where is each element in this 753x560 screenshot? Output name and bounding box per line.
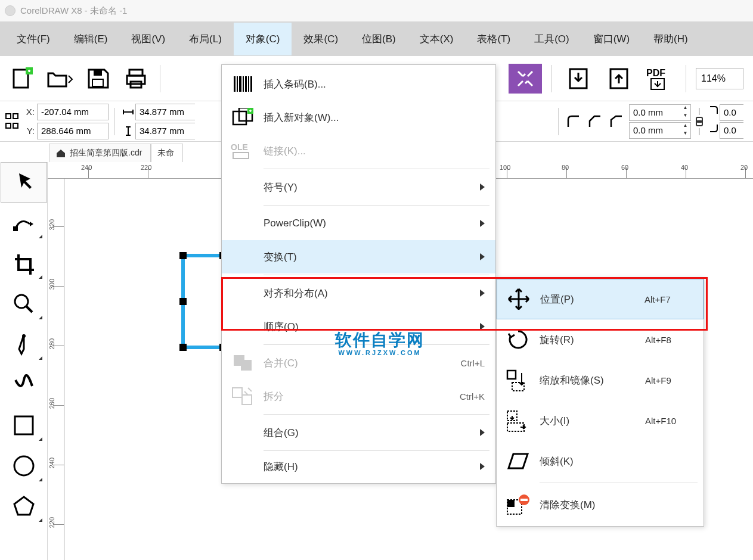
menu-break-apart: 拆分 Ctrl+K [222, 379, 495, 413]
document-tab-2[interactable]: 未命 [151, 144, 183, 162]
svg-rect-37 [242, 395, 252, 405]
menu-insert-object[interactable]: 插入新对象(W)... [222, 101, 495, 134]
y-position-input[interactable] [37, 123, 109, 139]
corner-br-icon [708, 122, 720, 134]
vertical-ruler: 320 300 280 260 240 220 200 [48, 179, 64, 560]
svg-point-19 [22, 334, 26, 338]
barcode-icon [222, 75, 264, 93]
import-button[interactable] [562, 64, 595, 94]
highlight-box-transform [221, 277, 708, 331]
freehand-tool[interactable] [1, 324, 47, 365]
svg-text:OLE: OLE [231, 142, 248, 152]
menu-group[interactable]: 组合(G) [222, 416, 495, 449]
clear-transform-icon [497, 493, 540, 517]
ellipse-tool[interactable] [1, 446, 47, 486]
menu-bitmap[interactable]: 位图(B) [350, 23, 408, 55]
corner-scallop-icon[interactable] [586, 113, 604, 130]
menu-insert-barcode[interactable]: 插入条码(B)... [222, 67, 495, 101]
publish-pdf-button[interactable]: PDF [643, 64, 676, 94]
zoom-level-input[interactable] [696, 68, 743, 89]
height-input[interactable] [135, 123, 195, 139]
submenu-skew[interactable]: 倾斜(K) [497, 441, 704, 481]
menu-tools[interactable]: 工具(O) [522, 23, 581, 55]
height-icon [121, 126, 135, 136]
svg-rect-23 [237, 76, 238, 92]
menu-object[interactable]: 对象(C) [234, 23, 292, 55]
corner-bl-input[interactable] [629, 122, 680, 139]
svg-rect-14 [13, 123, 18, 128]
open-document-button[interactable] [43, 64, 76, 94]
save-button[interactable] [81, 64, 114, 94]
menu-links: OLE 链接(K)... [222, 134, 495, 167]
menu-text[interactable]: 文本(X) [408, 23, 466, 55]
svg-text:PDF: PDF [646, 68, 665, 78]
shape-tool[interactable] [1, 203, 47, 243]
x-label: X: [24, 107, 35, 117]
menu-view[interactable]: 视图(V) [119, 23, 177, 55]
svg-rect-11 [6, 114, 11, 119]
svg-rect-22 [234, 76, 235, 92]
export-button[interactable] [602, 64, 636, 94]
menu-powerclip[interactable]: PowerClip(W) [222, 207, 495, 240]
corner-round-icon[interactable] [565, 113, 582, 130]
svg-point-21 [14, 456, 33, 475]
menu-help[interactable]: 帮助(H) [642, 23, 700, 55]
menu-layout[interactable]: 布局(L) [177, 23, 234, 55]
object-position-icon [5, 113, 20, 130]
corner-tr-input[interactable] [720, 104, 743, 121]
artistic-media-tool[interactable] [1, 365, 47, 405]
menu-file[interactable]: 文件(F) [5, 23, 62, 55]
svg-rect-17 [13, 226, 18, 231]
app-logo-icon [5, 5, 16, 16]
width-input[interactable] [135, 104, 195, 120]
menu-window[interactable]: 窗口(W) [581, 23, 642, 55]
svg-rect-12 [6, 123, 11, 128]
combine-icon [222, 354, 264, 372]
watermark: 软件自学网 WWW.RJZXW.COM [335, 329, 424, 356]
submenu-scale-mirror[interactable]: 缩放和镜像(S) Alt+F9 [497, 360, 704, 400]
corner-tl-input[interactable] [629, 104, 680, 121]
ole-link-icon: OLE [222, 141, 264, 161]
rotate-icon [497, 328, 540, 351]
x-position-input[interactable] [37, 104, 109, 120]
submenu-clear-transform[interactable]: 清除变换(M) [497, 484, 704, 525]
menu-symbol[interactable]: 符号(Y) [222, 170, 495, 204]
menu-effects[interactable]: 效果(C) [292, 23, 350, 55]
menu-hide[interactable]: 隐藏(H) [222, 452, 495, 481]
crop-tool[interactable] [1, 243, 47, 284]
y-label: Y: [24, 126, 35, 136]
toolbox [0, 162, 48, 560]
svg-rect-20 [15, 416, 33, 434]
snap-button[interactable] [509, 64, 542, 94]
submenu-size[interactable]: 大小(I) Alt+F10 [497, 400, 704, 441]
svg-rect-2 [94, 70, 102, 76]
zoom-tool[interactable] [1, 284, 47, 324]
break-icon [222, 387, 264, 406]
width-icon [121, 107, 135, 117]
object-menu-dropdown: 插入条码(B)... 插入新对象(W)... OLE 链接(K)... 符号(Y… [221, 64, 496, 484]
scale-mirror-icon [497, 368, 540, 392]
svg-rect-33 [233, 153, 249, 158]
tab-1-label: 招生简章第四版.cdr [70, 148, 142, 158]
menu-transform[interactable]: 变换(T) [222, 240, 495, 273]
pick-tool[interactable] [1, 162, 47, 203]
document-tab-1[interactable]: 招生简章第四版.cdr [49, 144, 151, 162]
print-button[interactable] [119, 64, 153, 94]
corner-chamfer-icon[interactable] [608, 113, 625, 130]
insert-object-icon [222, 108, 264, 127]
svg-rect-25 [243, 76, 244, 92]
menu-table[interactable]: 表格(T) [465, 23, 522, 55]
svg-rect-27 [248, 76, 249, 92]
polygon-tool[interactable] [1, 486, 47, 527]
rectangle-tool[interactable] [1, 405, 47, 446]
submenu-arrow-icon [480, 429, 485, 436]
svg-rect-24 [239, 76, 241, 92]
submenu-arrow-icon [480, 220, 485, 227]
home-icon [55, 148, 66, 158]
title-bar: CorelDRAW X8 - 未命名 -1 [0, 0, 753, 21]
menu-edit[interactable]: 编辑(E) [62, 23, 120, 55]
svg-rect-36 [233, 388, 242, 397]
new-document-button[interactable] [5, 64, 38, 94]
corner-link-icon[interactable] [695, 108, 704, 135]
corner-br-input[interactable] [720, 122, 743, 139]
